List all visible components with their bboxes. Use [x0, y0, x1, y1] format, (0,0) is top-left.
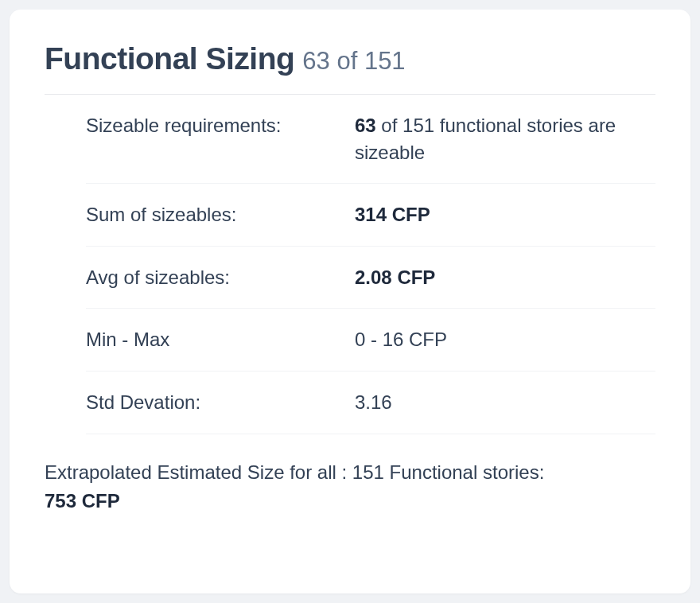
label-min-max: Min - Max: [86, 326, 355, 353]
row-sizeable-requirements: Sizeable requirements: 63 of 151 functio…: [86, 95, 655, 184]
functional-sizing-card: Functional Sizing 63 of 151 Sizeable req…: [10, 10, 690, 593]
value-sum-of-sizeables-bold: 314 CFP: [355, 204, 430, 225]
value-sizeable-requirements-bold: 63: [355, 115, 376, 136]
value-sizeable-requirements: 63 of 151 functional stories are sizeabl…: [355, 112, 655, 165]
value-std-deviation: 3.16: [355, 389, 655, 416]
card-title: Functional Sizing: [45, 41, 294, 76]
row-sum-of-sizeables: Sum of sizeables: 314 CFP: [86, 184, 655, 247]
extrapolated-size-value: 753 CFP: [45, 490, 120, 512]
stats-table: Sizeable requirements: 63 of 151 functio…: [86, 95, 655, 434]
value-min-max: 0 - 16 CFP: [355, 326, 655, 353]
label-std-deviation: Std Devation:: [86, 389, 355, 416]
label-avg-of-sizeables: Avg of sizeables:: [86, 264, 355, 291]
extrapolated-size-text: Extrapolated Estimated Size for all : 15…: [45, 458, 655, 515]
row-min-max: Min - Max 0 - 16 CFP: [86, 309, 655, 372]
extrapolated-size-line1: Extrapolated Estimated Size for all : 15…: [45, 461, 544, 483]
value-sum-of-sizeables: 314 CFP: [355, 201, 655, 228]
label-sizeable-requirements: Sizeable requirements:: [86, 112, 355, 165]
row-avg-of-sizeables: Avg of sizeables: 2.08 CFP: [86, 247, 655, 309]
card-header: Functional Sizing 63 of 151: [45, 41, 655, 95]
value-avg-of-sizeables: 2.08 CFP: [355, 264, 655, 291]
value-avg-of-sizeables-bold: 2.08 CFP: [355, 266, 435, 288]
value-sizeable-requirements-rest: of 151 functional stories are sizeable: [355, 115, 616, 163]
label-sum-of-sizeables: Sum of sizeables:: [86, 201, 355, 228]
row-std-deviation: Std Devation: 3.16: [86, 372, 655, 434]
card-subtitle: 63 of 151: [302, 47, 405, 76]
